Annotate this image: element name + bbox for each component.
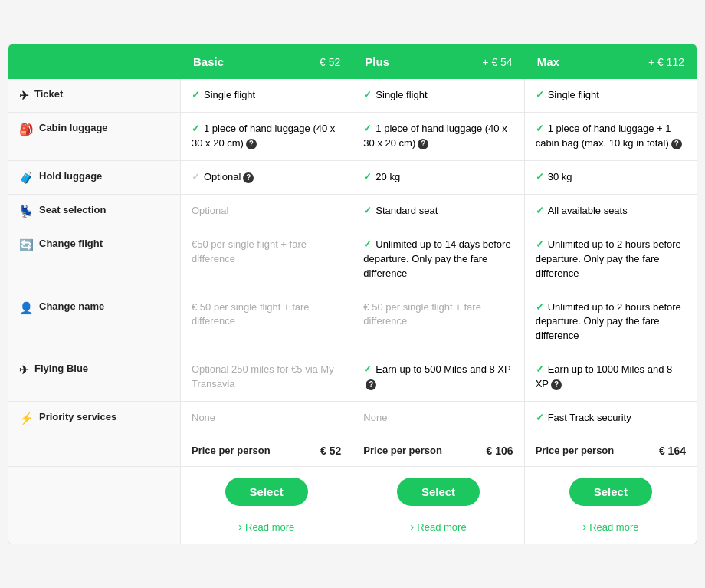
value-cell-0-0: ✓Single flight [181,79,352,113]
help-icon-2-0[interactable]: ? [243,172,254,183]
plus-plan-price: + € 54 [482,56,512,68]
select-basic-button[interactable]: Select [225,478,308,506]
value-cell-7-0: None [181,402,352,435]
read-more-max-cell: Read more [525,517,697,544]
feature-icon-6: ✈ [19,363,29,377]
feature-icon-5: 👤 [19,301,34,315]
feature-label-text-4: Change flight [39,238,103,249]
check-gray-icon-2-0: ✓ [192,171,200,182]
max-plan-price: + € 112 [648,56,684,68]
check-icon-4-1: ✓ [363,238,372,250]
check-icon-3-2: ✓ [536,205,544,216]
help-icon-6-2[interactable]: ? [551,379,562,390]
feature-icon-2: 🧳 [19,171,34,185]
read-more-basic-cell: Read more [181,517,352,544]
value-cell-4-2: ✓Unlimited up to 2 hours before departur… [525,228,697,291]
header-label-col [8,44,181,79]
feature-icon-4: 🔄 [19,238,34,252]
value-cell-1-0: ✓1 piece of hand luggage (40 x 30 x 20 c… [181,113,352,161]
read-more-plus-cell: Read more [352,517,524,544]
value-cell-0-2: ✓Single flight [525,79,697,113]
plus-plan-name: Plus [365,55,389,68]
max-plan-name: Max [537,55,559,68]
help-icon-6-1[interactable]: ? [366,379,376,390]
select-label-empty [8,467,181,517]
feature-label-text-0: Ticket [34,88,63,100]
read-more-plus-link[interactable]: Read more [410,521,466,533]
check-icon-6-1: ✓ [363,363,372,375]
check-icon-1-1: ✓ [363,123,372,134]
label-cell-1: 🎒Cabin luggage [8,113,181,161]
feature-row-4: 🔄Change flight€50 per single flight + fa… [8,228,697,291]
check-icon-2-1: ✓ [363,171,372,182]
select-plus-button[interactable]: Select [397,478,480,506]
feature-row-6: ✈Flying BlueOptional 250 miles for €5 vi… [8,353,697,402]
read-more-max-link[interactable]: Read more [582,521,638,533]
label-cell-6: ✈Flying Blue [8,353,181,402]
price-per-person-basic-label: Price per person [192,445,271,456]
label-cell-0: ✈Ticket [8,79,181,113]
label-cell-7: ⚡Priority services [8,402,181,435]
price-label-empty [8,435,181,467]
feature-row-2: 🧳Hold luggage✓Optional?✓20 kg✓30 kg [8,161,697,195]
price-plus-amount: € 106 [487,445,513,457]
check-icon-2-2: ✓ [536,171,544,182]
price-grid: Price per person € 52 Price per person €… [8,435,697,467]
value-cell-7-1: None [352,402,524,435]
select-max-button[interactable]: Select [569,478,652,506]
help-icon-1-2[interactable]: ? [671,139,682,149]
value-cell-1-1: ✓1 piece of hand luggage (40 x 30 x 20 c… [352,113,524,161]
select-plus-cell: Select [352,467,524,517]
feature-icon-1: 🎒 [19,123,34,136]
read-more-label-empty [8,517,181,544]
feature-icon-7: ⚡ [19,412,34,425]
check-icon-7-2: ✓ [536,412,544,423]
check-icon-0-1: ✓ [363,89,372,100]
read-more-grid: Read more Read more Read more [8,517,697,544]
check-icon-1-0: ✓ [192,123,200,134]
check-icon-0-2: ✓ [536,89,544,100]
check-icon-0-0: ✓ [192,89,200,100]
label-cell-5: 👤Change name [8,291,181,354]
label-cell-3: 💺Seat selection [8,195,181,228]
table-grid: Basic € 52 Plus + € 54 Max + € 112 [8,44,697,79]
select-grid: Select Select Select [8,467,697,517]
feature-label-text-7: Priority services [39,411,116,422]
value-cell-1-2: ✓1 piece of hand luggage + 1 cabin bag (… [525,113,697,161]
price-basic: Price per person € 52 [181,435,352,467]
value-cell-2-0: ✓Optional? [181,161,352,195]
feature-icon-0: ✈ [19,89,29,103]
feature-label-text-6: Flying Blue [34,363,88,374]
help-icon-1-0[interactable]: ? [246,139,257,149]
value-cell-0-1: ✓Single flight [352,79,524,113]
price-basic-amount: € 52 [320,445,341,457]
feature-row-0: ✈Ticket✓Single flight✓Single flight✓Sing… [8,79,697,113]
read-more-basic-link[interactable]: Read more [238,521,294,533]
select-basic-cell: Select [181,467,352,517]
price-max-amount: € 164 [659,445,686,457]
check-icon-5-2: ✓ [536,301,544,313]
basic-plan-price: € 52 [320,56,340,68]
value-cell-4-1: ✓Unlimited up to 14 days before departur… [352,228,524,291]
check-icon-1-2: ✓ [536,123,544,134]
select-max-cell: Select [525,467,697,517]
value-cell-3-1: ✓Standard seat [352,195,524,228]
help-icon-1-1[interactable]: ? [418,139,428,149]
check-icon-4-2: ✓ [536,238,544,250]
feature-label-text-3: Seat selection [39,204,106,215]
label-cell-2: 🧳Hold luggage [8,161,181,195]
feature-row-1: 🎒Cabin luggage✓1 piece of hand luggage (… [8,113,697,161]
basic-plan-name: Basic [193,55,224,68]
value-cell-4-0: €50 per single flight + fare difference [181,228,352,291]
value-cell-6-2: ✓Earn up to 1000 Miles and 8 XP? [525,353,697,402]
check-icon-3-1: ✓ [363,205,372,216]
value-cell-2-2: ✓30 kg [525,161,697,195]
feature-label-text-2: Hold luggage [39,170,102,182]
price-per-person-plus-label: Price per person [363,445,442,456]
header-basic: Basic € 52 [181,44,352,79]
feature-icon-3: 💺 [19,205,34,218]
value-cell-6-1: ✓Earn up to 500 Miles and 8 XP? [352,353,524,402]
check-icon-6-2: ✓ [536,363,544,375]
value-cell-5-0: € 50 per single flight + fare difference [181,291,352,354]
value-cell-5-1: € 50 per single flight + fare difference [352,291,524,354]
